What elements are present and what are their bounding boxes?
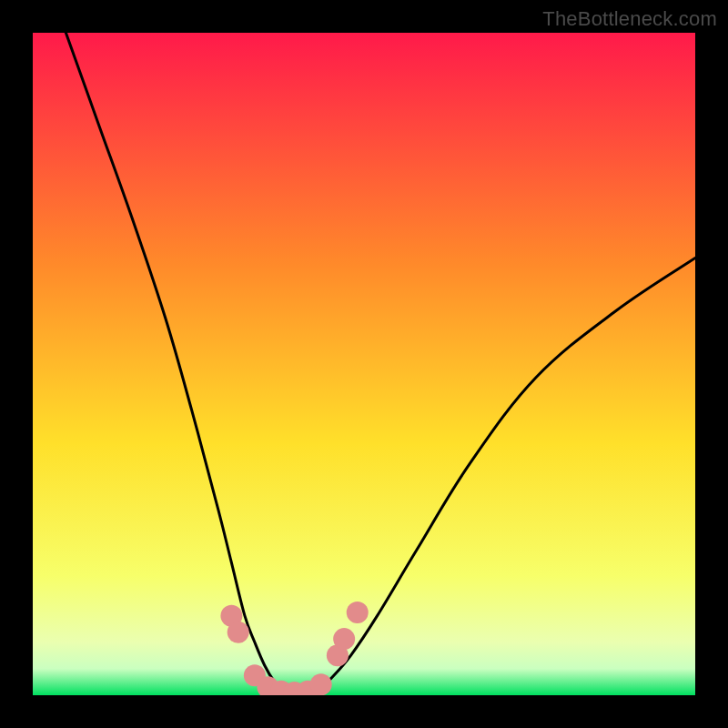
- plot-area: [33, 33, 695, 695]
- chart-svg: [33, 33, 695, 695]
- chart-container: TheBottleneck.com: [0, 0, 728, 728]
- highlight-dot: [228, 622, 249, 643]
- highlight-dot: [333, 628, 355, 650]
- highlight-dot: [310, 673, 332, 695]
- gradient-background: [33, 33, 695, 695]
- watermark-text: TheBottleneck.com: [542, 7, 717, 31]
- highlight-dot: [347, 602, 369, 623]
